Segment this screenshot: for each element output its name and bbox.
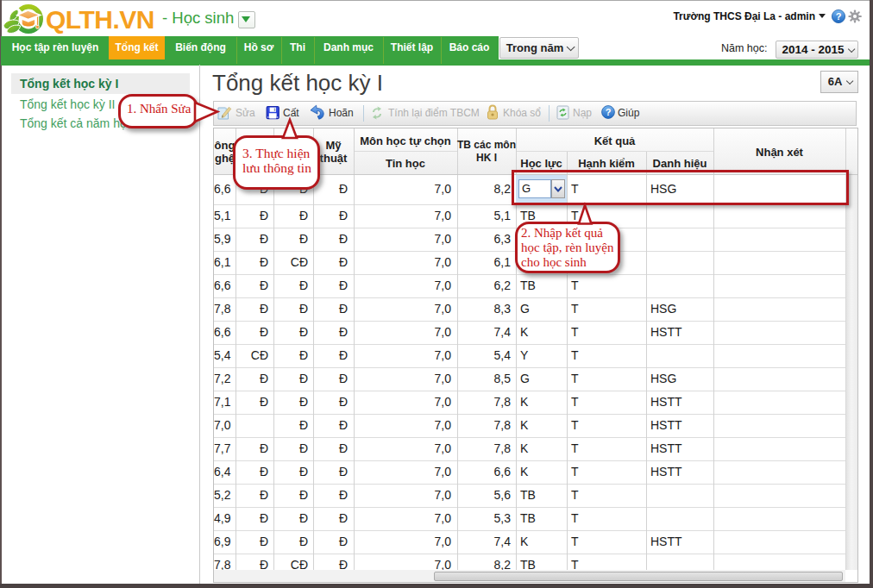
svg-text:?: ? bbox=[606, 107, 612, 117]
svg-text:?: ? bbox=[836, 11, 842, 22]
